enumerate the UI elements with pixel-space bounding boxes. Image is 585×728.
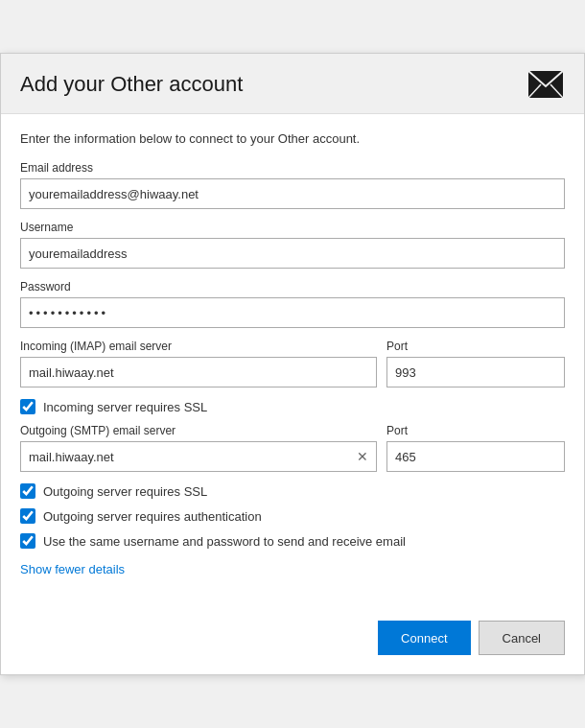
- outgoing-server-group: Outgoing (SMTP) email server ✕: [20, 424, 377, 472]
- dialog-content: Enter the information below to connect t…: [1, 114, 584, 611]
- password-label: Password: [20, 280, 565, 294]
- dialog-footer: Connect Cancel: [1, 611, 584, 674]
- connect-button[interactable]: Connect: [378, 621, 470, 655]
- incoming-port-group: Port: [386, 340, 565, 387]
- clear-outgoing-button[interactable]: ✕: [354, 448, 371, 465]
- outgoing-ssl-label[interactable]: Outgoing server requires SSL: [43, 484, 207, 499]
- outgoing-ssl-group: Outgoing server requires SSL: [20, 483, 565, 499]
- dialog-header: Add your Other account: [1, 54, 584, 114]
- incoming-ssl-checkbox[interactable]: [20, 399, 35, 414]
- subtitle-text: Enter the information below to connect t…: [20, 131, 565, 146]
- username-label: Username: [20, 221, 565, 234]
- cancel-button[interactable]: Cancel: [479, 621, 565, 655]
- outgoing-server-field[interactable]: [20, 441, 377, 472]
- outgoing-port-field[interactable]: [386, 441, 565, 472]
- email-label: Email address: [20, 161, 565, 175]
- same-credentials-label[interactable]: Use the same username and password to se…: [43, 534, 406, 549]
- password-group: Password: [20, 280, 565, 328]
- incoming-row: Incoming (IMAP) email server Port: [20, 340, 565, 387]
- email-group: Email address: [20, 161, 565, 209]
- outgoing-server-label: Outgoing (SMTP) email server: [20, 424, 377, 437]
- incoming-server-group: Incoming (IMAP) email server: [20, 340, 377, 387]
- outgoing-server-input-wrapper: ✕: [20, 441, 377, 472]
- dialog: Add your Other account Enter the informa…: [0, 53, 585, 675]
- outgoing-auth-group: Outgoing server requires authentication: [20, 508, 565, 524]
- outgoing-auth-checkbox[interactable]: [20, 508, 35, 524]
- incoming-port-field[interactable]: [386, 357, 565, 387]
- outgoing-port-label: Port: [386, 424, 565, 437]
- incoming-ssl-group: Incoming server requires SSL: [20, 399, 565, 414]
- same-credentials-checkbox[interactable]: [20, 533, 35, 549]
- outgoing-port-group: Port: [386, 424, 565, 472]
- incoming-server-label: Incoming (IMAP) email server: [20, 340, 377, 353]
- outgoing-auth-label[interactable]: Outgoing server requires authentication: [43, 509, 262, 524]
- outgoing-ssl-checkbox[interactable]: [20, 483, 35, 499]
- incoming-ssl-label[interactable]: Incoming server requires SSL: [43, 400, 207, 414]
- incoming-port-label: Port: [386, 340, 565, 353]
- outgoing-row: Outgoing (SMTP) email server ✕ Port: [20, 424, 565, 472]
- incoming-server-field[interactable]: [20, 357, 377, 387]
- password-field[interactable]: [20, 297, 565, 328]
- username-group: Username: [20, 221, 565, 269]
- username-field[interactable]: [20, 238, 565, 269]
- same-credentials-group: Use the same username and password to se…: [20, 533, 565, 549]
- mail-icon: [526, 69, 565, 100]
- page-title: Add your Other account: [20, 72, 243, 97]
- show-fewer-details-link[interactable]: Show fewer details: [20, 562, 125, 576]
- email-field[interactable]: [20, 178, 565, 209]
